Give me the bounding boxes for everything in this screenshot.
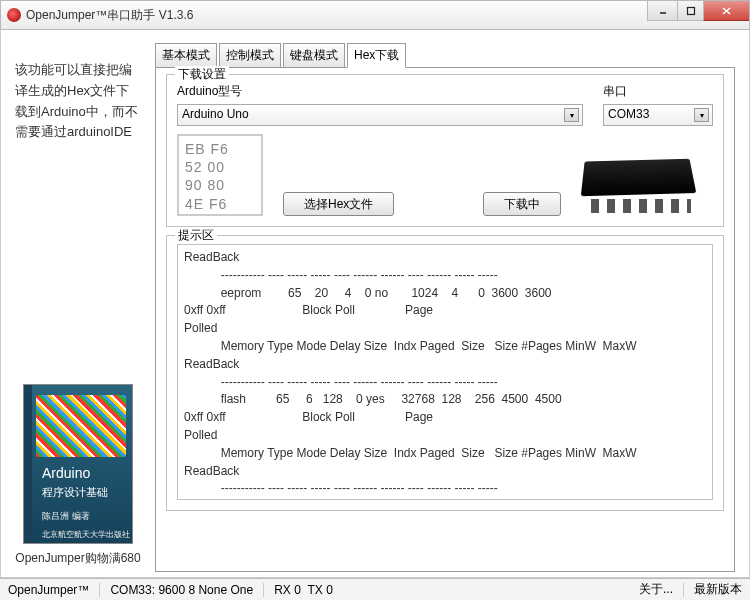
promo-text: OpenJumper购物满680 [13,550,143,567]
chevron-down-icon: ▾ [564,108,579,122]
status-connection: COM33: 9600 8 None One [110,583,253,597]
download-settings-fieldset: 下载设置 Arduino型号 Arduino Uno ▾ 串口 COM33 [166,74,724,227]
output-log[interactable]: ReadBack ----------- ---- ----- ----- --… [177,244,713,500]
sidebar: 该功能可以直接把编译生成的Hex文件下载到Arduino中，而不需要通过ardu… [1,30,149,577]
port-label: 串口 [603,83,713,100]
about-link[interactable]: 关于... [639,581,673,598]
fieldset-legend: 下载设置 [175,66,229,83]
svg-rect-1 [687,7,694,14]
output-fieldset: 提示区 ReadBack ----------- ---- ----- ----… [166,235,724,511]
tab-basic[interactable]: 基本模式 [155,43,217,68]
feature-description: 该功能可以直接把编译生成的Hex文件下载到Arduino中，而不需要通过ardu… [15,60,139,143]
chip-graphic [573,136,713,216]
book-cover[interactable]: Arduino 程序设计基础 陈吕洲 编著 北京航空航天大学出版社 [23,384,133,544]
tab-keyboard[interactable]: 键盘模式 [283,43,345,68]
app-icon [7,8,21,22]
maximize-button[interactable] [677,1,703,21]
window-title: OpenJumper™串口助手 V1.3.6 [26,7,193,24]
minimize-button[interactable] [647,1,677,21]
chevron-down-icon: ▾ [694,108,709,122]
arduino-model-select[interactable]: Arduino Uno ▾ [177,104,583,126]
port-select[interactable]: COM33 ▾ [603,104,713,126]
tab-control[interactable]: 控制模式 [219,43,281,68]
close-button[interactable] [703,1,749,21]
status-tx: TX 0 [308,583,333,597]
tab-panel: 下载设置 Arduino型号 Arduino Uno ▾ 串口 COM33 [155,67,735,572]
output-legend: 提示区 [175,227,217,244]
status-rx: RX 0 [274,583,301,597]
tab-bar: 基本模式 控制模式 键盘模式 Hex下载 [155,42,735,67]
download-button[interactable]: 下载中 [483,192,561,216]
status-bar: OpenJumper™ COM33: 9600 8 None One RX 0 … [0,578,750,600]
tab-hex-download[interactable]: Hex下载 [347,43,406,68]
status-brand: OpenJumper™ [8,583,89,597]
choose-hex-button[interactable]: 选择Hex文件 [283,192,394,216]
hex-preview: EB F6 52 00 90 80 4E F6 [177,134,263,216]
arduino-model-label: Arduino型号 [177,83,583,100]
promo-area: Arduino 程序设计基础 陈吕洲 编著 北京航空航天大学出版社 OpenJu… [13,384,143,567]
titlebar: OpenJumper™串口助手 V1.3.6 [0,0,750,30]
version-link[interactable]: 最新版本 [694,581,742,598]
